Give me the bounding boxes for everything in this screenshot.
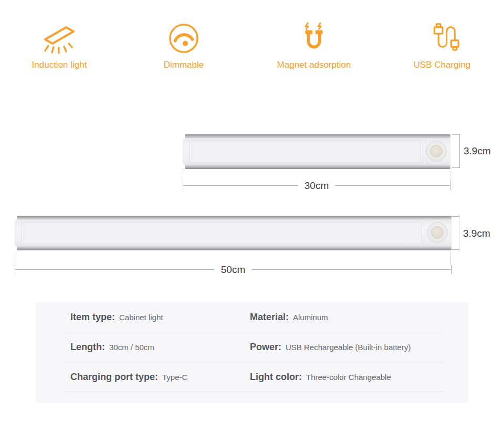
spec-row-2: Length: 30cm / 50cm Power: USB Rechargea…	[36, 332, 468, 362]
magnet-adsorption-icon	[269, 20, 359, 57]
length-dimension-label: 30cm	[298, 180, 335, 192]
feature-usb-charging: USB Charging	[397, 20, 487, 70]
spec-label: Material:	[250, 312, 289, 323]
spec-value: Type-C	[162, 373, 187, 382]
induction-light-icon	[15, 20, 104, 57]
feature-magnet-adsorption: Magnet adsorption	[269, 20, 359, 70]
spec-value: 30cm / 50cm	[109, 343, 154, 352]
spec-charging-port: Charging port type: Type-C	[70, 362, 187, 392]
extension-line	[450, 171, 450, 182]
feature-label: Magnet adsorption	[269, 60, 359, 70]
feature-label: Dimmable	[139, 60, 228, 70]
spec-value: Three-color Changeable	[306, 373, 391, 382]
bar-diffuser-panel	[22, 222, 422, 244]
feature-label: Induction light	[15, 60, 104, 70]
height-dimension-label: 3.9cm	[463, 228, 490, 239]
length-dimension-line: 50cm	[15, 265, 452, 274]
length-dimension-label: 50cm	[215, 264, 251, 276]
spec-value: Aluminum	[293, 313, 328, 322]
dimmable-icon	[139, 20, 228, 57]
spec-label: Light color:	[250, 372, 302, 383]
extension-line	[183, 171, 183, 182]
spec-label: Power:	[250, 342, 281, 353]
spec-value: USB Rechargeable (Built-in battery)	[286, 343, 411, 352]
spec-value: Cabinet light	[119, 313, 163, 322]
feature-induction-light: Induction light	[15, 20, 104, 70]
usb-charging-icon	[397, 20, 487, 57]
spec-item-type: Item type: Cabinet light	[70, 302, 163, 332]
bar-body	[15, 219, 452, 247]
spec-label: Length:	[70, 342, 105, 353]
bar-body	[183, 138, 450, 165]
cabinet-light-30cm	[183, 134, 450, 169]
feature-label: USB Charging	[397, 60, 487, 70]
bar-divider	[425, 140, 425, 163]
spec-power: Power: USB Rechargeable (Built-in batter…	[250, 332, 411, 362]
spec-row-3: Charging port type: Type-C Light color: …	[36, 362, 468, 392]
cabinet-light-50cm	[15, 216, 452, 250]
motion-sensor	[426, 141, 447, 162]
spec-table: Item type: Cabinet light Material: Alumi…	[36, 302, 468, 403]
product-infographic: Induction light Dimmable Magnet adsorpti…	[0, 0, 504, 422]
spec-material: Material: Aluminum	[250, 302, 328, 332]
height-dimension-label: 3.9cm	[464, 145, 491, 157]
motion-sensor	[427, 222, 448, 243]
bar-bottom-rail	[17, 246, 452, 250]
spec-light-color: Light color: Three-color Changeable	[250, 362, 391, 392]
bar-bottom-rail	[185, 165, 450, 169]
bar-divider	[426, 221, 426, 245]
length-dimension-line: 30cm	[183, 181, 450, 190]
spec-label: Item type:	[70, 312, 115, 323]
spec-label: Charging port type:	[70, 372, 158, 383]
spec-length: Length: 30cm / 50cm	[70, 332, 154, 362]
height-dimension-line	[459, 216, 459, 250]
bar-diffuser-panel	[190, 141, 421, 163]
height-dimension-line	[459, 134, 460, 168]
extension-line	[450, 253, 451, 265]
row-separator	[65, 392, 444, 392]
feature-dimmable: Dimmable	[139, 20, 228, 70]
motion-sensor-lens	[430, 145, 443, 157]
motion-sensor-lens	[431, 226, 444, 239]
extension-line	[15, 253, 15, 265]
spec-row-1: Item type: Cabinet light Material: Alumi…	[36, 302, 468, 332]
